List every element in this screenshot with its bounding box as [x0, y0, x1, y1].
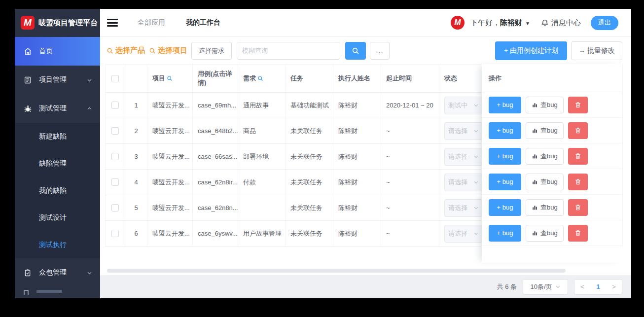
cell-index: 1 — [125, 93, 147, 118]
row-checkbox[interactable] — [111, 127, 119, 135]
add-bug-button[interactable]: + bug — [489, 199, 521, 216]
cell-case[interactable]: case_648b2... — [193, 118, 238, 144]
sidebar-item-home[interactable]: 首页 — [15, 37, 100, 66]
message-center[interactable]: 消息中心 — [541, 18, 581, 28]
actions-fixed-panel: 操作 + bug查bug+ bug查bug+ bug查bug+ bug查bug+… — [482, 64, 622, 263]
sidebar-subitem[interactable]: 测试设计 — [15, 204, 100, 231]
cell-executor: 陈裕财 — [333, 170, 381, 195]
cell-case[interactable]: case_69mh... — [193, 93, 238, 118]
cell-case[interactable]: case_62n8ir... — [193, 170, 238, 195]
sidebar-subitem[interactable]: 缺陷管理 — [15, 150, 100, 177]
more-filters-button[interactable]: ... — [370, 42, 390, 60]
cell-case[interactable]: case_66sas... — [193, 144, 238, 170]
batch-edit-button[interactable]: → 批量修改 — [571, 41, 622, 60]
row-checkbox[interactable] — [111, 153, 119, 160]
header-project: 项目 — [147, 65, 193, 93]
sidebar-item-project-mgmt[interactable]: 项目管理 — [15, 66, 100, 94]
cell-task: 未关联任务 — [286, 170, 333, 195]
avatar[interactable]: M — [451, 16, 465, 30]
sidebar-item-label: 众包管理 — [39, 268, 87, 277]
delete-button[interactable] — [568, 97, 588, 113]
next-page-button[interactable]: > — [606, 283, 622, 290]
cell-time: ~ — [381, 221, 439, 247]
status-select[interactable]: 请选择 — [444, 174, 483, 191]
status-select[interactable]: 请选择 — [444, 122, 483, 140]
menu-toggle-icon[interactable] — [107, 19, 118, 27]
status-select[interactable]: 请选择 — [444, 225, 483, 243]
column-search-icon[interactable] — [257, 75, 263, 81]
chevron-down-icon — [473, 205, 479, 211]
cell-project: 唛盟云开发... — [147, 170, 193, 195]
view-bug-button[interactable]: 查bug — [526, 174, 564, 190]
cell-case[interactable]: case_62n8n... — [193, 195, 238, 221]
view-bug-button[interactable]: 查bug — [526, 225, 564, 242]
cell-requirement: 通用故事 — [238, 93, 286, 118]
select-requirement-button[interactable]: 选择需求 — [191, 42, 232, 60]
view-bug-button[interactable]: 查bug — [526, 199, 564, 216]
cell-index: 2 — [125, 118, 147, 144]
row-checkbox[interactable] — [111, 178, 119, 186]
sidebar: 首页 项目管理 测试管理 新建缺陷缺陷管理我的缺陷测试设计测试执行 众包管理 — [15, 37, 100, 298]
sidebar-item-test-mgmt[interactable]: 测试管理 — [15, 94, 100, 123]
chevron-up-icon — [87, 106, 92, 111]
select-all-checkbox[interactable] — [111, 75, 119, 82]
delete-button[interactable] — [568, 174, 588, 190]
sidebar-item-partial[interactable] — [15, 287, 100, 298]
cell-case[interactable]: case_6yswv... — [193, 221, 238, 247]
cell-requirement — [238, 195, 286, 221]
view-bug-button[interactable]: 查bug — [526, 97, 564, 113]
search-button[interactable] — [345, 42, 366, 60]
status-select[interactable]: 请选择 — [444, 148, 483, 166]
delete-button[interactable] — [568, 199, 588, 216]
cell-executor: 陈裕财 — [333, 195, 381, 221]
sidebar-subitem[interactable]: 我的缺陷 — [15, 177, 100, 204]
cell-executor: 陈裕财 — [333, 144, 381, 170]
add-bug-button[interactable]: + bug — [489, 174, 521, 190]
row-checkbox[interactable] — [111, 230, 119, 237]
cell-project: 唛盟云开发... — [147, 93, 193, 118]
user-greeting[interactable]: 下午好，陈裕财 ▼ — [470, 18, 530, 28]
add-bug-button[interactable]: + bug — [489, 225, 521, 242]
logout-button[interactable]: 退出 — [591, 16, 618, 30]
tab-my-workbench[interactable]: 我的工作台 — [186, 18, 220, 27]
bar-chart-icon — [532, 127, 538, 134]
select-project-link[interactable]: 选择项目 — [149, 46, 187, 55]
cell-time: ~ — [381, 170, 439, 195]
chevron-down-icon — [87, 270, 92, 276]
add-bug-button[interactable]: + bug — [489, 97, 521, 113]
delete-button[interactable] — [568, 122, 588, 139]
view-bug-button[interactable]: 查bug — [526, 122, 564, 139]
add-bug-button[interactable]: + bug — [489, 148, 521, 165]
actions-row: + bug查bug — [482, 92, 622, 118]
cell-index: 5 — [125, 195, 147, 221]
page-size-select[interactable]: 10条/页 — [523, 279, 568, 295]
chevron-down-icon — [473, 179, 479, 185]
delete-button[interactable] — [568, 148, 588, 165]
sidebar-subitem[interactable]: 测试执行 — [15, 231, 100, 258]
bar-chart-icon — [532, 230, 538, 236]
sidebar-item-crowd-mgmt[interactable]: 众包管理 — [15, 258, 100, 287]
prev-page-button[interactable]: < — [574, 283, 590, 290]
row-checkbox[interactable] — [111, 204, 119, 211]
select-product-link[interactable]: 选择产品 — [107, 46, 145, 55]
delete-button[interactable] — [568, 225, 588, 242]
actions-rows: + bug查bug+ bug查bug+ bug查bug+ bug查bug+ bu… — [482, 92, 622, 246]
sidebar-subitem[interactable]: 新建缺陷 — [15, 123, 100, 150]
row-checkbox[interactable] — [111, 102, 119, 109]
create-plan-button[interactable]: + 由用例创建计划 — [495, 41, 567, 60]
view-bug-button[interactable]: 查bug — [526, 148, 564, 165]
status-select[interactable]: 测试中 — [444, 97, 483, 114]
trash-icon — [574, 229, 581, 237]
current-page[interactable]: 1 — [590, 283, 606, 290]
actions-row: + bug查bug — [482, 169, 622, 195]
chevron-down-icon — [473, 231, 479, 236]
message-center-label: 消息中心 — [551, 18, 581, 28]
status-select[interactable]: 请选择 — [444, 199, 483, 217]
tab-all-apps[interactable]: 全部应用 — [138, 18, 165, 27]
horizontal-scrollbar[interactable] — [107, 269, 566, 273]
add-bug-button[interactable]: + bug — [489, 122, 521, 139]
cell-task: 未关联任务 — [286, 144, 333, 170]
cell-status: 请选择 — [439, 195, 489, 221]
fuzzy-search-input[interactable] — [237, 42, 340, 60]
column-search-icon[interactable] — [167, 75, 173, 81]
